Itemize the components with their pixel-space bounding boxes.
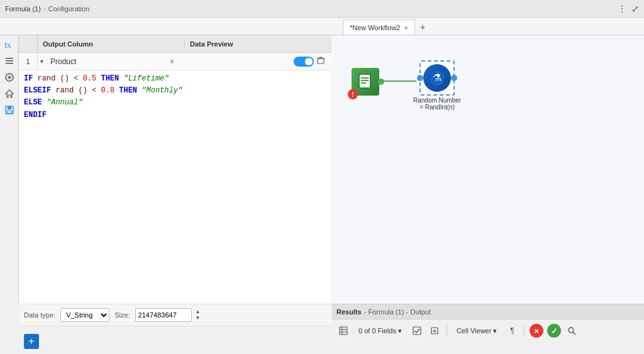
data-preview-header: Data Preview <box>185 40 331 48</box>
row-number: 1 <box>19 53 38 70</box>
config-label: Configuration <box>48 5 89 13</box>
random-icon: ⚗ <box>423 64 451 92</box>
sidebar-icon-add[interactable] <box>3 70 16 84</box>
column-name-input[interactable] <box>48 57 166 66</box>
output-connector-random <box>451 75 457 81</box>
size-label: Size: <box>114 311 130 319</box>
random-number-node[interactable]: ⚗ Random Number = RandInt(n) <box>413 60 461 111</box>
tab-add-button[interactable]: + <box>415 19 430 35</box>
datatype-select[interactable]: V_String String Int32 Int64 Double Float… <box>60 308 109 322</box>
formula-line-1: IF rand () < 0.5 THEN "Lifetime" <box>24 73 326 85</box>
column-row: 1 ▾ × <box>19 53 331 70</box>
export-icon[interactable] <box>428 324 441 338</box>
svg-rect-2 <box>6 60 13 62</box>
sidebar-icon-formula[interactable]: fx <box>3 38 16 52</box>
svg-rect-29 <box>413 327 421 335</box>
output-column-header: Output Column <box>38 40 185 48</box>
cancel-button[interactable]: × <box>530 324 543 338</box>
left-sidebar: fx <box>0 35 19 304</box>
datatype-row: Data type: V_String String Int32 Int64 D… <box>19 304 331 326</box>
tab-close-icon[interactable]: × <box>404 24 408 31</box>
results-toolbar: 0 of 0 Fields ▾ Cell Viewer ▾ <box>331 319 644 342</box>
results-title: Results <box>336 308 362 316</box>
cell-viewer-chevron: ▾ <box>493 327 497 335</box>
active-tab[interactable]: *New Workflow2 × <box>343 19 415 35</box>
sidebar-icon-save[interactable] <box>3 103 16 117</box>
add-row-button[interactable]: + <box>24 334 39 349</box>
column-header: Output Column Data Preview <box>19 35 331 53</box>
svg-line-33 <box>573 332 575 335</box>
top-bar: Formula (1) - Configuration ⋮ ⤢ <box>0 0 644 18</box>
svg-rect-10 <box>7 111 12 113</box>
svg-rect-1 <box>6 58 13 59</box>
svg-rect-9 <box>8 106 11 109</box>
cell-viewer-dropdown[interactable]: Cell Viewer ▾ <box>452 325 501 337</box>
error-badge: ! <box>348 89 358 99</box>
datatype-label: Data type: <box>24 311 55 319</box>
col-num-header <box>19 35 38 52</box>
fields-dropdown[interactable]: 0 of 0 Fields ▾ <box>354 325 406 337</box>
toggle-switch[interactable] <box>294 57 314 67</box>
sidebar-icon-list[interactable] <box>3 54 16 68</box>
results-divider-2 <box>524 325 525 336</box>
window-title: Formula (1) <box>5 5 41 13</box>
add-row-area: + <box>19 326 331 354</box>
tab-bar: *New Workflow2 × + <box>0 18 644 35</box>
results-table-icon[interactable] <box>336 324 350 338</box>
random-node-box: ⚗ <box>419 60 455 96</box>
fields-count: 0 of 0 Fields <box>358 327 396 335</box>
input-node-icon-container: ! <box>350 67 380 97</box>
input-connector <box>417 75 423 81</box>
sidebar-icon-home[interactable] <box>3 87 16 101</box>
title-sep: - <box>43 4 46 13</box>
size-spinner[interactable]: ▲ ▼ <box>196 309 201 321</box>
para-icon[interactable]: ¶ <box>505 324 519 338</box>
output-connector <box>378 79 384 85</box>
svg-rect-11 <box>318 58 324 64</box>
svg-rect-16 <box>359 74 370 88</box>
svg-text:fx: fx <box>4 40 11 50</box>
svg-text:⚗: ⚗ <box>433 72 441 83</box>
size-input[interactable] <box>135 308 192 322</box>
results-subtitle: - Formula (1) - Output <box>364 308 431 316</box>
results-header: Results - Formula (1) - Output <box>331 304 644 319</box>
results-panel: Results - Formula (1) - Output 0 of 0 Fi… <box>331 304 644 354</box>
clear-icon[interactable]: × <box>166 55 179 68</box>
canvas-area: ! ⚗ Ran <box>331 35 644 304</box>
right-panel: ! ⚗ Ran <box>331 35 644 354</box>
chevron-icon[interactable]: ▾ <box>38 58 48 65</box>
svg-rect-3 <box>6 63 13 64</box>
search-icon[interactable] <box>565 324 579 338</box>
more-icon[interactable]: ⋮ <box>618 4 626 14</box>
tab-label: *New Workflow2 <box>350 24 401 31</box>
fields-chevron: ▾ <box>398 327 402 335</box>
formula-line-4: ENDIF <box>24 109 326 121</box>
confirm-button[interactable]: ✓ <box>547 324 561 338</box>
checkbox-icon[interactable] <box>410 324 424 338</box>
formula-editor[interactable]: IF rand () < 0.5 THEN "Lifetime" ELSEIF … <box>19 70 331 304</box>
cell-viewer-label: Cell Viewer <box>457 327 491 335</box>
input-node[interactable]: ! <box>350 67 380 97</box>
trash-icon[interactable] <box>316 56 329 67</box>
formula-panel: Output Column Data Preview 1 ▾ × <box>19 35 331 354</box>
svg-point-32 <box>569 328 574 333</box>
random-node-label: Random Number = RandInt(n) <box>413 97 461 111</box>
svg-marker-7 <box>6 90 13 97</box>
formula-line-3: ELSE "Annual" <box>24 97 326 109</box>
main-layout: fx Output Column Data Preview <box>0 35 644 354</box>
svg-rect-25 <box>340 327 347 335</box>
expand-icon[interactable]: ⤢ <box>631 4 639 14</box>
formula-line-2: ELSEIF rand () < 0.8 THEN "Monthly" <box>24 85 326 97</box>
results-divider-1 <box>447 325 447 336</box>
